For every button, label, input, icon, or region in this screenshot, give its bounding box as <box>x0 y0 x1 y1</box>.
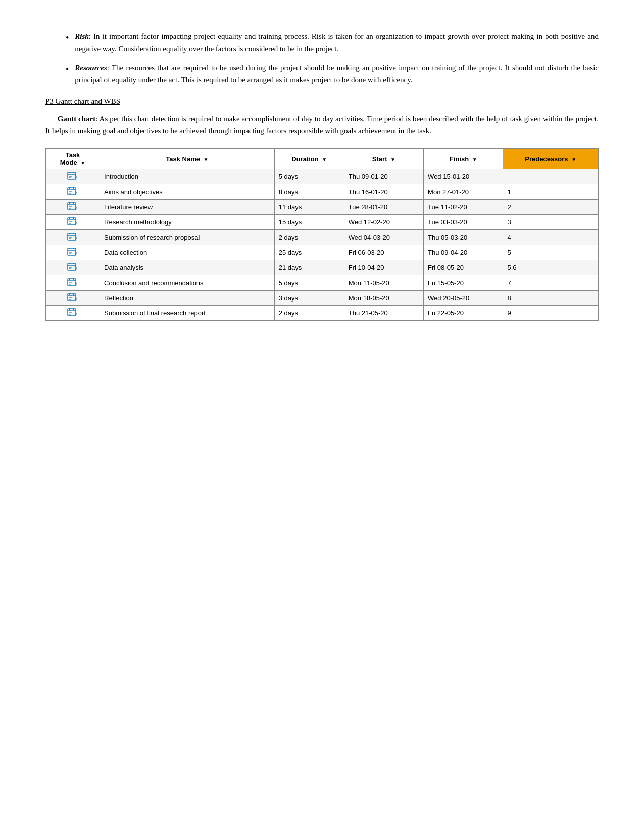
svg-rect-45 <box>73 263 74 264</box>
duration-cell: 5 days <box>274 169 344 184</box>
table-row: Research methodology15 daysWed 12-02-20T… <box>46 215 599 230</box>
task-mode-cell <box>46 245 100 260</box>
task-mode-icon <box>67 217 78 226</box>
table-row: Submission of final research report2 day… <box>46 306 599 321</box>
finish-cell: Thu 09-04-20 <box>424 245 503 260</box>
task-mode-cell <box>46 184 100 200</box>
duration-dropdown-icon[interactable]: ▼ <box>322 157 327 162</box>
task-mode-cell <box>46 169 100 184</box>
svg-rect-24 <box>73 217 74 219</box>
task-mode-icon <box>67 202 78 211</box>
predecessors-cell: 4 <box>503 230 599 245</box>
finish-cell: Tue 03-03-20 <box>424 215 503 230</box>
svg-rect-35 <box>68 248 76 255</box>
svg-rect-38 <box>73 248 74 249</box>
table-row: Reflection3 daysMon 18-05-20Wed 20-05-20… <box>46 291 599 306</box>
svg-rect-37 <box>69 248 70 249</box>
task-mode-icon <box>67 247 78 256</box>
task-mode-icon <box>67 232 78 241</box>
svg-rect-66 <box>73 308 74 310</box>
col-header-start[interactable]: Start ▼ <box>344 149 423 169</box>
bullet-list: Risk: In it important factor impacting p… <box>66 30 599 86</box>
bullet-risk: Risk: In it important factor impacting p… <box>66 30 599 55</box>
task-mode-cell <box>46 306 100 321</box>
predecessors-cell: 9 <box>503 306 599 321</box>
svg-rect-21 <box>68 218 76 225</box>
section-heading: P3 Gantt chart and WBS <box>45 97 599 106</box>
svg-rect-49 <box>68 279 76 286</box>
svg-rect-63 <box>68 309 76 316</box>
col-header-task-name[interactable]: Task Name ▼ <box>100 149 275 169</box>
table-row: Introduction5 daysThu 09-01-20Wed 15-01-… <box>46 169 599 184</box>
col-header-duration[interactable]: Duration ▼ <box>274 149 344 169</box>
start-cell: Mon 11-05-20 <box>344 275 423 291</box>
svg-rect-59 <box>73 293 74 295</box>
finish-cell: Wed 20-05-20 <box>424 291 503 306</box>
gantt-intro-bold: Gantt chart <box>58 115 96 123</box>
svg-rect-10 <box>73 187 74 189</box>
predecessors-cell: 7 <box>503 275 599 291</box>
table-row: Data collection25 daysFri 06-03-20Thu 09… <box>46 245 599 260</box>
svg-rect-17 <box>73 202 74 204</box>
risk-text: : In it important factor impacting proje… <box>75 32 599 53</box>
predecessors-dropdown-icon[interactable]: ▼ <box>571 157 576 162</box>
predecessors-cell: 8 <box>503 291 599 306</box>
task-mode-icon <box>67 262 78 271</box>
start-cell: Fri 10-04-20 <box>344 260 423 275</box>
svg-rect-52 <box>73 278 74 280</box>
finish-dropdown-icon[interactable]: ▼ <box>472 157 477 162</box>
svg-rect-7 <box>68 188 76 195</box>
svg-rect-28 <box>68 233 76 240</box>
duration-cell: 2 days <box>274 306 344 321</box>
svg-rect-9 <box>69 187 70 189</box>
start-cell: Mon 18-05-20 <box>344 291 423 306</box>
task-mode-cell <box>46 200 100 215</box>
start-cell: Thu 09-01-20 <box>344 169 423 184</box>
duration-cell: 11 days <box>274 200 344 215</box>
predecessors-cell: 5 <box>503 245 599 260</box>
svg-rect-14 <box>68 203 76 210</box>
col-header-predecessors[interactable]: Predecessors ▼ <box>503 149 599 169</box>
task-mode-icon <box>67 293 78 302</box>
finish-cell: Mon 27-01-20 <box>424 184 503 200</box>
gantt-intro: Gantt chart: As per this chart detection… <box>45 113 599 137</box>
finish-cell: Fri 15-05-20 <box>424 275 503 291</box>
risk-label: Risk <box>75 32 89 40</box>
task-name-cell: Submission of final research report <box>100 306 275 321</box>
duration-cell: 5 days <box>274 275 344 291</box>
svg-rect-2 <box>69 172 70 173</box>
svg-rect-30 <box>69 233 70 234</box>
svg-rect-16 <box>69 202 70 204</box>
task-name-cell: Submission of research proposal <box>100 230 275 245</box>
finish-cell: Wed 15-01-20 <box>424 169 503 184</box>
gantt-table-body: Introduction5 daysThu 09-01-20Wed 15-01-… <box>46 169 599 321</box>
gantt-intro-rest: : As per this chart detection is require… <box>45 115 599 135</box>
duration-cell: 21 days <box>274 260 344 275</box>
col-header-task-mode[interactable]: TaskMode ▼ <box>46 149 100 169</box>
task-name-cell: Data analysis <box>100 260 275 275</box>
table-row: Conclusion and recommendations5 daysMon … <box>46 275 599 291</box>
task-name-cell: Reflection <box>100 291 275 306</box>
task-mode-cell <box>46 275 100 291</box>
task-mode-icon <box>67 277 78 287</box>
start-dropdown-icon[interactable]: ▼ <box>390 157 395 162</box>
task-mode-cell <box>46 260 100 275</box>
task-name-cell: Conclusion and recommendations <box>100 275 275 291</box>
svg-rect-23 <box>69 217 70 219</box>
gantt-table: TaskMode ▼ Task Name ▼ Duration ▼ Start … <box>45 148 599 321</box>
start-cell: Fri 06-03-20 <box>344 245 423 260</box>
task-mode-icon <box>67 187 78 196</box>
svg-rect-31 <box>73 233 74 234</box>
bullet-resources: Resources: The resources that are requir… <box>66 62 599 86</box>
table-row: Aims and objectives8 daysThu 16-01-20Mon… <box>46 184 599 200</box>
table-header-row: TaskMode ▼ Task Name ▼ Duration ▼ Start … <box>46 149 599 169</box>
task-mode-dropdown-icon[interactable]: ▼ <box>80 160 85 166</box>
task-name-cell: Introduction <box>100 169 275 184</box>
task-mode-cell <box>46 215 100 230</box>
col-header-finish[interactable]: Finish ▼ <box>424 149 503 169</box>
task-name-cell: Research methodology <box>100 215 275 230</box>
task-name-dropdown-icon[interactable]: ▼ <box>204 157 209 162</box>
svg-rect-3 <box>73 172 74 173</box>
finish-cell: Fri 08-05-20 <box>424 260 503 275</box>
duration-cell: 25 days <box>274 245 344 260</box>
